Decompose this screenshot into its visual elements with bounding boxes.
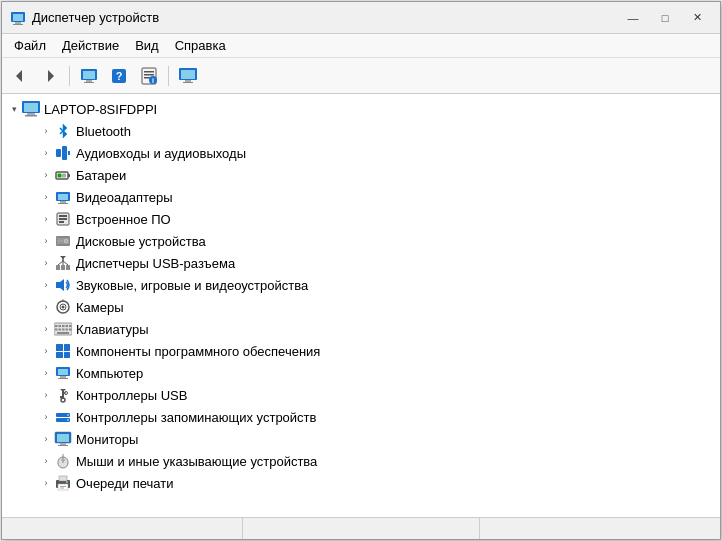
list-item[interactable]: › Звуковые, игровые и видеоустройства [2,274,720,296]
expand-arrow: › [38,453,54,469]
svg-rect-101 [60,486,66,487]
svg-rect-19 [181,70,195,79]
svg-rect-92 [60,443,66,445]
menu-bar: Файл Действие Вид Справка [2,34,720,58]
device-label: Клавиатуры [76,322,149,337]
video-icon [54,188,72,206]
status-section-3 [480,518,716,539]
help-button[interactable]: ? [105,63,133,89]
camera-icon [54,298,72,316]
svg-rect-60 [55,325,58,327]
svg-point-57 [62,306,65,309]
device-label: Мыши и иные указывающие устройства [76,454,317,469]
svg-rect-63 [66,325,69,327]
expand-arrow: › [38,343,54,359]
list-item[interactable]: › Дисковые устройства [2,230,720,252]
list-item[interactable]: › [2,318,720,340]
properties-button[interactable]: i [135,63,163,89]
status-section-2 [243,518,480,539]
svg-rect-69 [69,329,72,331]
device-label: Звуковые, игровые и видеоустройства [76,278,308,293]
software-icon [54,342,72,360]
device-label: Контроллеры запоминающих устройств [76,410,316,425]
device-tree[interactable]: ▾ LAPTOP-8SIFDPPI › [2,94,720,517]
device-label: Компоненты программного обеспечения [76,344,320,359]
svg-rect-51 [56,265,60,270]
menu-help[interactable]: Справка [167,36,234,55]
list-item[interactable]: › Мониторы [2,428,720,450]
list-item[interactable]: › Контроллеры запоминающих устройств [2,406,720,428]
svg-rect-24 [27,113,35,115]
device-label: Встроенное ПО [76,212,171,227]
svg-rect-40 [59,221,64,223]
list-item[interactable]: › Контроллеры USB [2,384,720,406]
svg-point-88 [67,414,69,416]
svg-line-50 [63,261,68,265]
svg-rect-93 [58,445,68,446]
svg-point-103 [66,481,68,483]
svg-point-44 [65,240,67,242]
svg-rect-23 [24,103,38,112]
expand-arrow: › [38,211,54,227]
status-section-1 [6,518,243,539]
svg-rect-76 [58,369,68,375]
list-item[interactable]: › Bluetooth [2,120,720,142]
list-item[interactable]: › Камеры [2,296,720,318]
list-item[interactable]: › Компоненты программного обеспечения [2,340,720,362]
list-item[interactable]: › Аудиовходы и аудиовыходы [2,142,720,164]
monitor-button[interactable] [174,63,202,89]
list-item[interactable]: › Компьютер [2,362,720,384]
expand-arrow: › [38,277,54,293]
svg-rect-78 [58,378,68,379]
svg-rect-66 [59,329,62,331]
list-item[interactable]: › Видеоадаптеры [2,186,720,208]
list-item[interactable]: › Мыши и иные указывающие устройства [2,450,720,472]
device-label: Компьютер [76,366,143,381]
svg-text:?: ? [116,70,123,82]
svg-rect-3 [13,24,23,25]
expand-arrow: › [38,409,54,425]
minimize-button[interactable]: — [618,8,648,28]
menu-action[interactable]: Действие [54,36,127,55]
title-bar-icon [10,10,26,26]
expand-arrow: › [38,255,54,271]
svg-rect-14 [144,74,154,76]
device-label: Мониторы [76,432,138,447]
svg-rect-70 [57,332,69,334]
maximize-button[interactable]: □ [650,8,680,28]
device-label: Батареи [76,168,126,183]
back-button[interactable] [6,63,34,89]
computer-button[interactable] [75,63,103,89]
expand-arrow: › [38,145,54,161]
svg-rect-2 [15,22,21,24]
forward-button[interactable] [36,63,64,89]
svg-rect-91 [57,434,69,442]
svg-rect-7 [83,71,95,79]
expand-arrow: › [38,365,54,381]
svg-rect-61 [59,325,62,327]
device-label: Контроллеры USB [76,388,187,403]
keyboard-icon [54,320,72,338]
close-button[interactable]: ✕ [682,8,712,28]
expand-arrow: › [38,321,54,337]
sound-icon [54,276,72,294]
svg-rect-62 [62,325,65,327]
menu-view[interactable]: Вид [127,36,167,55]
expand-arrow: › [38,123,54,139]
mouse-icon [54,452,72,470]
list-item[interactable]: › Батареи [2,164,720,186]
menu-file[interactable]: Файл [6,36,54,55]
svg-rect-68 [66,329,69,331]
window-title: Диспетчер устройств [32,10,618,25]
device-label: Аудиовходы и аудиовыходы [76,146,246,161]
svg-rect-35 [60,201,66,203]
list-item[interactable]: › Встроенное ПО [2,208,720,230]
svg-rect-32 [62,174,66,178]
list-item[interactable]: › Диспетчеры USB-разъема [2,252,720,274]
list-item[interactable]: › Очереди печати [2,472,720,494]
device-label: Очереди печати [76,476,174,491]
tree-root-item[interactable]: ▾ LAPTOP-8SIFDPPI [2,98,720,120]
svg-rect-39 [59,218,67,220]
svg-rect-34 [58,194,68,200]
root-computer-icon [22,100,40,118]
